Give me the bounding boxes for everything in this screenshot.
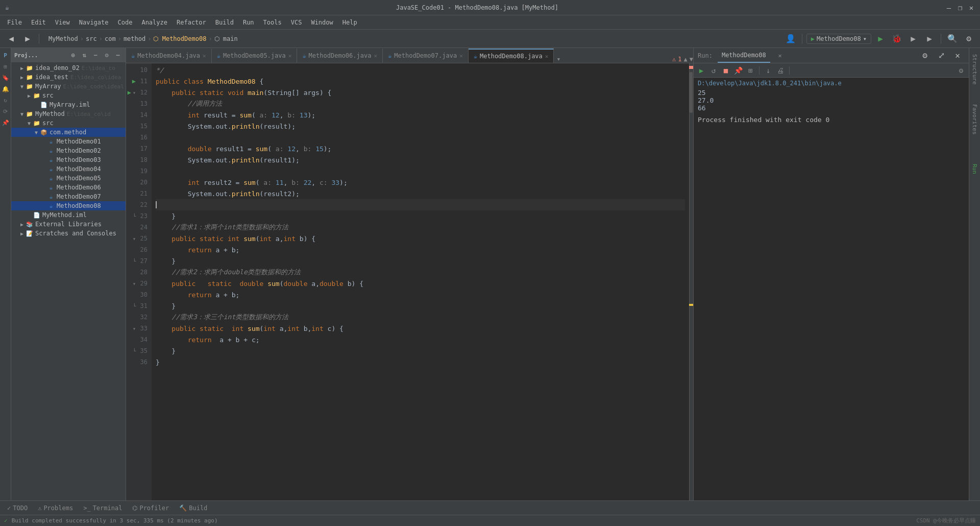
debug-button[interactable]: 🐞 xyxy=(890,32,904,46)
tab-overflow-button[interactable]: ▾ xyxy=(554,55,563,63)
tree-item-methoddemo08[interactable]: ☕ MethodDemo08 xyxy=(11,201,126,210)
tab-methoddemo05[interactable]: ☕ MethodDemo05.java ✕ xyxy=(212,49,298,63)
close-button[interactable]: ✕ xyxy=(968,4,975,11)
tree-item-methoddemo03[interactable]: ☕ MethodDemo03 xyxy=(11,155,126,164)
hide-button[interactable]: — xyxy=(113,51,122,60)
stop-button[interactable]: ■ xyxy=(720,65,731,76)
profile-button[interactable]: ▶ xyxy=(922,32,937,46)
maximize-button[interactable]: ❐ xyxy=(957,4,964,11)
sync-tree-button[interactable]: ⇅ xyxy=(80,51,89,60)
tree-item-mymethod-iml[interactable]: 📄 MyMethod.iml xyxy=(11,210,126,220)
project-icon[interactable]: P xyxy=(1,50,11,60)
run-config-dropdown[interactable]: ▶ MethodDemo08 ▾ xyxy=(806,34,871,44)
tree-item-idea-demo-02[interactable]: ▶ 📁 idea_demo_02 E:\idea_co xyxy=(11,63,126,73)
tab-methoddemo06[interactable]: ☕ MethodDemo06.java ✕ xyxy=(297,49,383,63)
output-close-button[interactable]: ✕ xyxy=(950,49,965,63)
collapse-button[interactable]: − xyxy=(91,51,100,60)
fold-icon-27[interactable]: └ xyxy=(133,258,136,264)
breadcrumb-src[interactable]: src xyxy=(86,35,97,42)
tree-item-myarray-src[interactable]: ▶ 📁 src xyxy=(11,91,126,100)
tree-item-methoddemo05[interactable]: ☕ MethodDemo05 xyxy=(11,174,126,183)
tree-item-methoddemo02[interactable]: ☕ MethodDemo02 xyxy=(11,146,126,155)
run-panel-label[interactable]: Run xyxy=(970,160,979,178)
tree-item-idea-test[interactable]: ▶ 📁 idea_test E:\idea_co\idea xyxy=(11,73,126,82)
pin-icon[interactable]: 📌 xyxy=(1,117,11,128)
minimize-button[interactable]: — xyxy=(945,4,952,11)
menu-navigate[interactable]: Navigate xyxy=(75,17,113,28)
output-tab-close[interactable]: ✕ xyxy=(774,49,786,63)
tree-item-com-method[interactable]: ▼ 📦 com.method xyxy=(11,128,126,137)
fold-icon-23[interactable]: └ xyxy=(133,213,136,219)
menu-file[interactable]: File xyxy=(3,17,26,28)
scroll-end-button[interactable]: ↓ xyxy=(763,65,774,76)
pin-tab-button[interactable]: 📌 xyxy=(732,65,744,76)
tree-item-mymethod[interactable]: ▼ 📁 MyMethod E:\idea_co\id xyxy=(11,109,126,118)
tree-item-external-libs[interactable]: ▶ 📚 External Libraries xyxy=(11,220,126,229)
output-tab-run[interactable]: MethodDemo08 xyxy=(718,49,770,63)
breadcrumb-method[interactable]: method xyxy=(124,35,145,42)
bookmark-icon[interactable]: 🔖 xyxy=(1,73,11,83)
breadcrumb-methoddemo08[interactable]: ⬡ MethodDemo08 xyxy=(153,35,206,42)
tab-problems[interactable]: ⚠ Problems xyxy=(35,504,76,513)
close-tab-06[interactable]: ✕ xyxy=(374,53,377,59)
code-area[interactable]: */ public class MethodDemo08 { public st… xyxy=(152,63,689,500)
menu-analyze[interactable]: Analyze xyxy=(137,17,172,28)
close-tab-05[interactable]: ✕ xyxy=(288,53,292,59)
forward-button[interactable]: ▶ xyxy=(20,32,35,46)
tab-terminal[interactable]: >_ Terminal xyxy=(80,504,125,513)
menu-tools[interactable]: Tools xyxy=(259,17,286,28)
nav-up-icon[interactable]: ▲ xyxy=(684,56,688,63)
add-button[interactable]: ⊕ xyxy=(68,51,78,60)
search-button[interactable]: 🔍 xyxy=(945,32,960,46)
tree-item-mymethod-src[interactable]: ▼ 📁 src xyxy=(11,118,126,128)
back-button[interactable]: ◀ xyxy=(4,32,18,46)
tree-item-methoddemo07[interactable]: ☕ MethodDemo07 xyxy=(11,192,126,201)
close-tab-07[interactable]: ✕ xyxy=(459,53,463,59)
close-tab-04[interactable]: ✕ xyxy=(203,53,206,59)
sync-icon[interactable]: ↻ xyxy=(1,95,11,105)
refresh-icon[interactable]: ⟳ xyxy=(1,106,11,116)
scroll-indicator[interactable] xyxy=(690,72,693,113)
menu-refactor[interactable]: Refactor xyxy=(173,17,210,28)
run-icon-11[interactable]: ▶ xyxy=(132,78,136,85)
breadcrumb-mymethod[interactable]: MyMethod xyxy=(48,35,78,42)
menu-build[interactable]: Build xyxy=(211,17,238,28)
git-icon[interactable]: ⊞ xyxy=(1,61,11,71)
menu-view[interactable]: View xyxy=(51,17,74,28)
fold-icon-33[interactable]: ▾ xyxy=(133,326,136,331)
tree-item-myarray-iml[interactable]: 📄 MyArray.iml xyxy=(11,100,126,109)
tree-item-methoddemo06[interactable]: ☕ MethodDemo06 xyxy=(11,183,126,192)
favorites-panel-label[interactable]: Favorites xyxy=(970,100,979,139)
tab-methoddemo07[interactable]: ☕ MethodDemo07.java ✕ xyxy=(383,49,469,63)
user-icon[interactable]: 👤 xyxy=(783,32,798,46)
run-button[interactable]: ▶ xyxy=(873,32,888,46)
output-settings-button[interactable]: ⚙ xyxy=(918,49,932,63)
run-output-button[interactable]: ▶ xyxy=(696,65,707,76)
tree-item-scratches[interactable]: ▶ 📝 Scratches and Consoles xyxy=(11,229,126,238)
menu-vcs[interactable]: VCS xyxy=(287,17,306,28)
close-tab-08[interactable]: ✕ xyxy=(545,53,549,60)
fold-icon-25[interactable]: ▾ xyxy=(133,236,136,242)
tree-item-methoddemo01[interactable]: ☕ MethodDemo01 xyxy=(11,137,126,146)
settings-button[interactable]: ⚙ xyxy=(962,32,976,46)
coverage-button[interactable]: ▶ xyxy=(906,32,920,46)
fold-icon-31[interactable]: └ xyxy=(133,303,136,309)
rerun-button[interactable]: ↺ xyxy=(708,65,719,76)
menu-run[interactable]: Run xyxy=(239,17,258,28)
tree-item-methoddemo04[interactable]: ☕ MethodDemo04 xyxy=(11,164,126,174)
filter-button[interactable]: ⚙ xyxy=(955,65,967,76)
fold-icon-35[interactable]: └ xyxy=(133,348,136,354)
tab-todo[interactable]: ✓ TODO xyxy=(4,504,31,513)
nav-down-icon[interactable]: ▼ xyxy=(690,56,693,63)
print-button[interactable]: 🖨 xyxy=(775,65,786,76)
notification-icon[interactable]: 🔔 xyxy=(1,84,11,94)
menu-edit[interactable]: Edit xyxy=(27,17,50,28)
menu-window[interactable]: Window xyxy=(307,17,337,28)
restore-layout-button[interactable]: ⊞ xyxy=(745,65,756,76)
tab-methoddemo04[interactable]: ☕ MethodDemo04.java ✕ xyxy=(126,49,212,63)
fold-icon-12[interactable]: ▾ xyxy=(133,90,136,95)
output-expand-button[interactable]: ⤢ xyxy=(934,49,948,63)
structure-panel-label[interactable]: Structure xyxy=(970,50,979,89)
breadcrumb-com[interactable]: com xyxy=(105,35,116,42)
tab-profiler[interactable]: ⌬ Profiler xyxy=(129,504,172,513)
